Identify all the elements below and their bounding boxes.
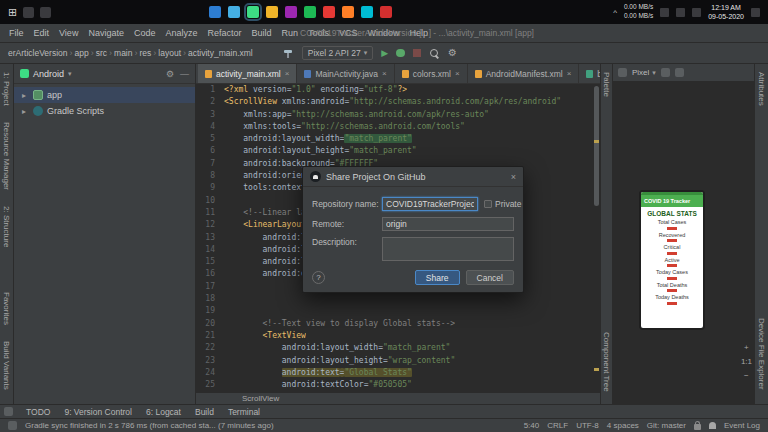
project-settings-gear-icon[interactable]: ⚙ (166, 69, 174, 79)
cancel-button[interactable]: Cancel (466, 270, 514, 285)
search-everywhere-icon[interactable] (429, 48, 440, 59)
event-log-label[interactable]: Event Log (724, 421, 760, 430)
code-line[interactable]: 23 android:layout_height="wrap_content" (196, 355, 592, 367)
taskbar-app-icon[interactable] (323, 6, 335, 18)
device-selector[interactable]: Pixel 2 API 27 ▾ (302, 46, 373, 60)
tool-window-switcher-icon[interactable] (4, 407, 13, 416)
private-checkbox-wrap[interactable]: Private (484, 199, 521, 209)
debug-button[interactable] (396, 49, 405, 57)
run-button[interactable]: ▶ (381, 49, 388, 58)
taskbar-search-icon[interactable] (23, 7, 34, 18)
menu-build[interactable]: Build (246, 28, 276, 38)
private-checkbox[interactable] (484, 200, 492, 208)
tool-tab[interactable]: 9: Version Control (57, 407, 139, 417)
code-line[interactable]: 4 xmlns:tools="http://schemas.android.co… (196, 121, 592, 133)
breadcrumb-item[interactable]: src (96, 48, 107, 58)
zoom-out-icon[interactable]: − (744, 371, 749, 380)
editor-tab[interactable]: MainActivity.java× (297, 64, 394, 83)
task-view-icon[interactable] (40, 7, 51, 18)
tool-tab[interactable]: TODO (19, 407, 57, 417)
status-item[interactable]: UTF-8 (576, 421, 599, 430)
breadcrumb-item[interactable]: layout (158, 48, 181, 58)
event-log-bell-icon[interactable] (709, 422, 716, 429)
remote-input[interactable] (382, 217, 514, 231)
status-item[interactable]: CRLF (547, 421, 568, 430)
tool-window-button[interactable]: 2: Structure (1, 198, 12, 255)
design-surface[interactable]: COVID 19 Tracker GLOBAL STATS Total Case… (613, 82, 754, 404)
windows-start-icon[interactable]: ⊞ (8, 6, 17, 19)
build-hammer-icon[interactable] (283, 48, 294, 59)
taskbar-clock[interactable]: 12:19 AM 09-05-2020 (708, 3, 744, 22)
volume-icon[interactable] (660, 8, 669, 17)
project-tree-item[interactable]: ▸app (14, 87, 195, 103)
zoom-actual-icon[interactable]: 1:1 (741, 357, 752, 366)
tool-window-button[interactable]: 1: Project (1, 64, 12, 114)
code-line[interactable]: 21 <TextView (196, 330, 592, 342)
taskbar-app-icon[interactable] (361, 6, 373, 18)
breadcrumb-item[interactable]: erArticleVersion (8, 48, 68, 58)
code-line[interactable]: 20 <!--Text view to display Global stats… (196, 318, 592, 330)
close-icon[interactable]: × (567, 69, 572, 78)
breadcrumb-item[interactable]: activity_main.xml (188, 48, 253, 58)
orientation-icon[interactable] (661, 68, 670, 77)
code-line[interactable]: 1<?xml version="1.0" encoding="utf-8"?> (196, 84, 592, 96)
taskbar-app-icon[interactable] (266, 6, 278, 18)
close-icon[interactable]: × (285, 69, 290, 78)
preview-device-selector[interactable]: Pixel ▾ (632, 68, 656, 77)
notification-center-icon[interactable] (751, 8, 760, 17)
menu-file[interactable]: File (4, 28, 29, 38)
taskbar-app-icon[interactable] (285, 6, 297, 18)
code-line[interactable]: 5 android:layout_width="match_parent" (196, 133, 592, 145)
taskbar-app-icon[interactable] (209, 6, 221, 18)
taskbar-app-icon[interactable] (304, 6, 316, 18)
status-message[interactable]: Gradle sync finished in 2 s 786 ms (from… (25, 421, 274, 430)
taskbar-app-icon[interactable] (342, 6, 354, 18)
component-tree-tab[interactable]: Component Tree (601, 324, 612, 400)
hide-panel-icon[interactable]: — (180, 69, 189, 79)
breadcrumb-item[interactable]: main (114, 48, 132, 58)
code-line[interactable]: 18 (196, 293, 592, 305)
palette-tab[interactable]: Palette (601, 64, 612, 105)
taskbar-app-icon[interactable] (380, 6, 392, 18)
breadcrumb-item[interactable]: app (75, 48, 89, 58)
breadcrumb-element[interactable]: ScrollView (242, 394, 279, 403)
taskbar-app-icon[interactable] (228, 6, 240, 18)
editor-tab[interactable]: build.gradle (app)× (579, 64, 600, 83)
code-line[interactable]: 6 android:layout_height="match_parent" (196, 145, 592, 157)
tool-tab[interactable]: Build (188, 407, 221, 417)
tool-tab[interactable]: Terminal (221, 407, 267, 417)
editor-scrollbar[interactable] (593, 84, 600, 392)
breadcrumb-item[interactable]: res (140, 48, 152, 58)
attributes-tab[interactable]: Attributes (756, 64, 767, 114)
menu-view[interactable]: View (54, 28, 83, 38)
tool-window-button[interactable]: Favorites (1, 284, 12, 333)
taskbar-app-icon[interactable] (247, 6, 259, 18)
device-file-explorer-tab[interactable]: Device File Explorer (756, 310, 767, 398)
help-button[interactable]: ? (312, 271, 325, 284)
close-icon[interactable]: × (455, 69, 460, 78)
status-item[interactable]: Git: master (647, 421, 686, 430)
menu-analyze[interactable]: Analyze (160, 28, 202, 38)
code-line[interactable]: 22 android:layout_width="match_parent" (196, 342, 592, 354)
theme-icon[interactable] (675, 68, 684, 77)
code-line[interactable]: 25 android:textColor="#050505" (196, 379, 592, 391)
menu-edit[interactable]: Edit (29, 28, 55, 38)
menu-navigate[interactable]: Navigate (83, 28, 129, 38)
tray-expand-icon[interactable]: ^ (613, 8, 617, 17)
share-button[interactable]: Share (415, 270, 460, 285)
close-icon[interactable]: × (382, 69, 387, 78)
zoom-in-icon[interactable]: + (744, 343, 749, 352)
status-item[interactable]: 4 spaces (607, 421, 639, 430)
project-view-selector[interactable]: Android (33, 69, 64, 79)
menu-code[interactable]: Code (129, 28, 161, 38)
editor-tab[interactable]: colors.xml× (395, 64, 468, 83)
repository-name-input[interactable] (382, 197, 478, 211)
status-item[interactable]: 5:40 (524, 421, 540, 430)
code-line[interactable]: 19 (196, 305, 592, 317)
code-line[interactable]: 3 xmlns:app="http://schemas.android.com/… (196, 109, 592, 121)
network-icon[interactable] (676, 8, 685, 17)
tool-tab[interactable]: 6: Logcat (139, 407, 188, 417)
close-icon[interactable]: × (511, 172, 516, 182)
battery-icon[interactable] (692, 8, 701, 17)
dialog-title-bar[interactable]: Share Project On GitHub × (303, 167, 523, 187)
